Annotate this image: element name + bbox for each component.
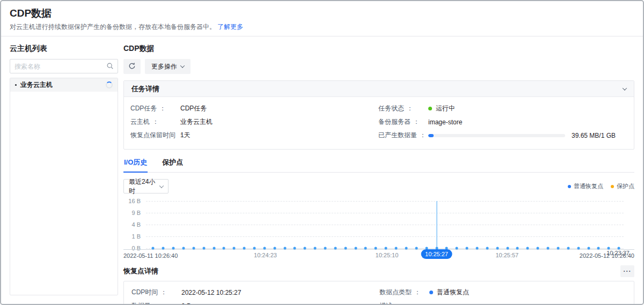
y-axis-tick: 9 B <box>131 210 141 216</box>
chart-point[interactable] <box>182 247 185 250</box>
search-box <box>10 59 118 73</box>
content: 云主机列表 业务云主机 CDP数据 <box>1 36 643 304</box>
legend-dot-normal <box>568 185 571 188</box>
chart-point[interactable] <box>587 247 590 250</box>
field-label: 备份服务器 <box>378 117 411 127</box>
field-cdp-task: CDP任务： CDP任务 <box>130 102 372 115</box>
field-label: CDP任务 <box>130 104 157 113</box>
legend-label: 普通恢复点 <box>574 182 603 190</box>
more-actions-label: 更多操作 <box>151 62 177 71</box>
chart-point[interactable] <box>213 247 215 250</box>
chart-point[interactable] <box>567 247 569 250</box>
chart-point[interactable] <box>253 247 255 250</box>
page-subtitle-text: 对云主机进行持续数据保护产生的备份数据，存放在本地备份服务器中。 <box>10 23 216 31</box>
io-history-chart: 16 B9 B4 B1 B0 B <box>123 201 624 248</box>
task-detail-header[interactable]: 任务详情 <box>124 81 634 97</box>
chart-point[interactable] <box>243 247 246 250</box>
progress-bar <box>428 134 565 137</box>
search-input[interactable] <box>10 59 118 73</box>
chart-point[interactable] <box>608 247 610 250</box>
data-type-value: 普通恢复点 <box>437 288 469 297</box>
chart-point[interactable] <box>618 247 620 250</box>
legend-protection-point[interactable]: 保护点 <box>611 182 634 190</box>
vm-list-item[interactable]: 业务云主机 <box>10 78 118 92</box>
field-backup-server: 备份服务器： image-store <box>378 115 627 129</box>
chart-point[interactable] <box>486 247 488 250</box>
bullet-icon <box>15 84 17 86</box>
task-status-value: 运行中 <box>436 104 455 113</box>
toolbar: 更多操作 <box>123 59 634 74</box>
chart-point[interactable] <box>334 247 336 250</box>
chart-point[interactable] <box>223 247 225 250</box>
search-icon[interactable] <box>106 62 114 72</box>
more-actions-button[interactable]: 更多操作 <box>145 59 191 74</box>
chart-point[interactable] <box>192 247 195 250</box>
recovery-more-button[interactable]: ··· <box>620 265 634 277</box>
chart-point[interactable] <box>405 247 407 250</box>
vm-item-label: 业务云主机 <box>20 80 106 90</box>
recovery-detail-box: CDP时间： 2022-05-12 10:25:27 数据量： 0 B 数据点类… <box>123 281 634 304</box>
chart-point[interactable] <box>547 247 550 250</box>
legend-normal-point[interactable]: 普通恢复点 <box>568 182 603 190</box>
chart-point[interactable] <box>233 247 236 250</box>
backup-server-link[interactable]: image-store <box>428 118 462 126</box>
gridline <box>146 201 624 202</box>
chart-point[interactable] <box>526 247 529 250</box>
chart-point[interactable] <box>466 247 469 250</box>
y-axis-tick: 4 B <box>131 221 141 228</box>
chart-point[interactable] <box>263 247 266 250</box>
chart-point[interactable] <box>354 247 357 250</box>
gridline <box>146 225 624 225</box>
chart-point[interactable] <box>344 247 347 250</box>
chart-point[interactable] <box>476 247 479 250</box>
date-range-start: 2022-05-11 10:26:40 <box>123 252 178 259</box>
chart-point[interactable] <box>314 247 317 250</box>
chart-point[interactable] <box>324 247 327 250</box>
chart-point[interactable] <box>516 247 519 250</box>
collapse-chevron-icon[interactable] <box>623 86 627 90</box>
chart-point[interactable] <box>162 247 165 250</box>
recovery-right-col: 数据点类型： 普通恢复点 描述： - <box>379 286 626 304</box>
recovery-left-col: CDP时间： 2022-05-12 10:25:27 数据量： 0 B <box>131 286 373 304</box>
chart-point[interactable] <box>557 247 559 250</box>
chart-point[interactable] <box>456 247 458 250</box>
learn-more-link[interactable]: 了解更多 <box>217 23 243 31</box>
time-range-select[interactable]: 最近24小时 <box>123 179 169 194</box>
field-label: 描述 <box>379 301 392 304</box>
selected-time-pill[interactable]: 10:25:27 <box>421 249 452 259</box>
chart-point[interactable] <box>496 247 499 250</box>
chart-point[interactable] <box>395 247 398 250</box>
chart-point[interactable] <box>283 247 286 250</box>
field-label: CDP时间 <box>131 288 158 297</box>
chart-point[interactable] <box>537 247 539 250</box>
cdp-task-link[interactable]: CDP任务 <box>180 104 207 113</box>
tab-io-history[interactable]: I/O历史 <box>123 158 148 172</box>
chart-point[interactable] <box>294 247 296 250</box>
chart-point[interactable] <box>506 247 509 250</box>
x-axis-tick: 10:25:10 <box>376 252 399 258</box>
chart-point[interactable] <box>152 247 155 250</box>
chart-legend: 普通恢复点 保护点 <box>568 182 634 190</box>
y-axis-tick: 1 B <box>131 233 141 240</box>
vm-link[interactable]: 业务云主机 <box>180 117 213 127</box>
chart-point[interactable] <box>364 247 367 250</box>
field-data-generated: 已产生数据量： 39.65 MB/1 GB <box>378 129 627 142</box>
field-label: 数据点类型 <box>379 288 412 297</box>
chart-point[interactable] <box>597 247 600 250</box>
chart-point[interactable] <box>577 247 580 250</box>
chart-point[interactable] <box>385 247 387 250</box>
chart-y-axis: 16 B9 B4 B1 B0 B <box>123 201 146 248</box>
page-header: CDP数据 对云主机进行持续数据保护产生的备份数据，存放在本地备份服务器中。 了… <box>1 1 643 36</box>
field-label: 云主机 <box>130 117 150 127</box>
chart-point[interactable] <box>202 247 205 250</box>
refresh-button[interactable] <box>123 59 141 74</box>
chart-point[interactable] <box>415 247 418 250</box>
chart-toolbar: 最近24小时 普通恢复点 保护点 <box>123 179 634 194</box>
task-detail-left-col: CDP任务： CDP任务 云主机： 业务云主机 恢复点保留时间： 1天 <box>130 102 372 142</box>
chart-point[interactable] <box>375 247 377 250</box>
chevron-down-icon <box>180 63 185 68</box>
chart-point[interactable] <box>273 247 276 250</box>
chart-point[interactable] <box>304 247 306 250</box>
tab-protection-points[interactable]: 保护点 <box>162 158 184 172</box>
chart-point[interactable] <box>172 247 175 250</box>
